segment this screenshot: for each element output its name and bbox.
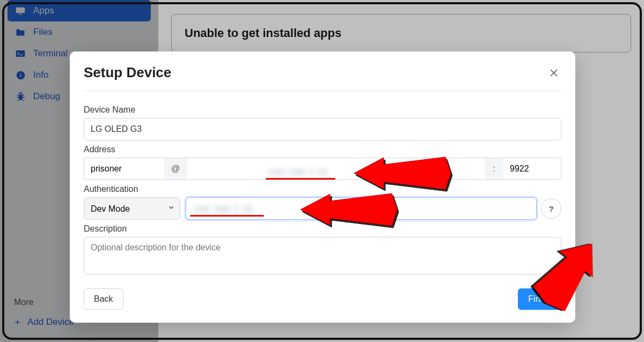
description-label: Description	[84, 224, 561, 234]
auth-mode-select-wrap: Dev Mode	[84, 197, 180, 220]
close-icon	[548, 68, 559, 78]
colon-symbol: :	[485, 158, 503, 180]
redaction-line-host	[266, 178, 335, 180]
redaction-line-auth	[190, 215, 264, 217]
ssh-user-input[interactable]	[84, 158, 164, 180]
modal-footer: Back Finish	[84, 288, 561, 310]
close-button[interactable]	[546, 65, 561, 80]
device-name-input[interactable]	[84, 118, 561, 140]
address-label: Address	[84, 145, 561, 154]
ssh-port-input[interactable]	[503, 158, 561, 180]
auth-mode-select[interactable]: Dev Mode	[84, 197, 180, 220]
setup-device-modal: Setup Device Device Name Address @ : Aut…	[70, 51, 575, 323]
modal-body: Device Name Address @ : Authentication D…	[84, 91, 561, 277]
redacted-auth-value: 192 168 1 10	[193, 204, 253, 215]
modal-header: Setup Device	[84, 64, 561, 91]
device-name-label: Device Name	[84, 105, 561, 115]
help-button[interactable]: ?	[541, 198, 561, 219]
at-symbol: @	[164, 158, 187, 180]
description-input[interactable]	[84, 237, 561, 274]
finish-button[interactable]: Finish	[518, 288, 561, 310]
ssh-host-input[interactable]	[187, 158, 485, 180]
back-button[interactable]: Back	[84, 288, 123, 310]
modal-title: Setup Device	[84, 64, 171, 81]
redacted-host: 192 168 1 10	[268, 167, 328, 178]
auth-row: Dev Mode ?	[84, 197, 561, 220]
authentication-label: Authentication	[84, 184, 561, 194]
